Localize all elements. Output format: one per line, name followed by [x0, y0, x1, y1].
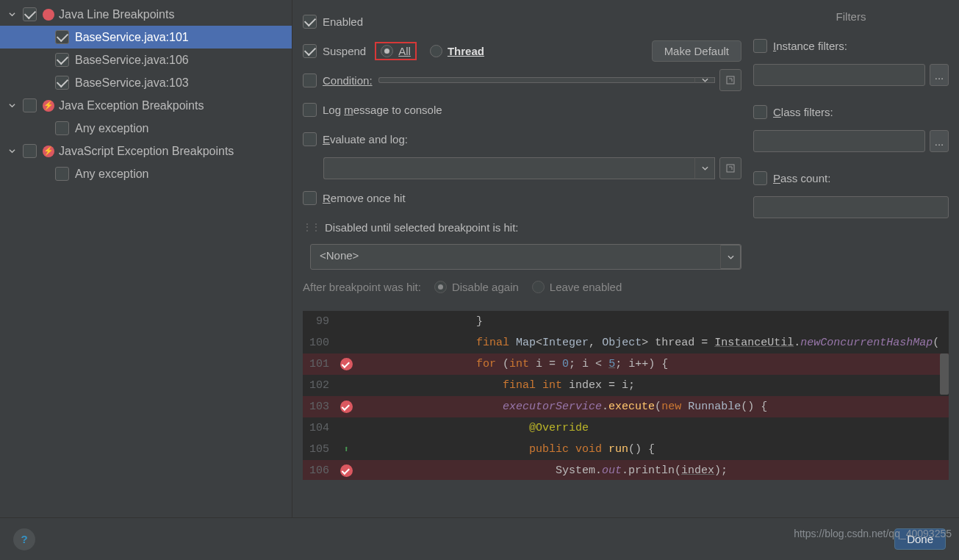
breakpoint-tree: Java Line Breakpoints BaseService.java:1…	[0, 0, 292, 517]
line-number: 102	[303, 379, 335, 392]
code-text: }	[357, 315, 949, 328]
disabled-until-label: Disabled until selected breakpoint is hi…	[325, 221, 518, 234]
breakpoint-checkbox[interactable]	[55, 121, 69, 135]
enabled-checkbox[interactable]	[303, 15, 317, 29]
breakpoint-checkbox[interactable]	[55, 30, 69, 44]
all-label: All	[398, 45, 411, 57]
log-console-checkbox[interactable]	[303, 103, 317, 117]
disabled-until-select[interactable]: <None>	[310, 244, 741, 270]
make-default-button[interactable]: Make Default	[652, 40, 741, 62]
breakpoint-gutter-icon[interactable]	[340, 464, 353, 477]
dropdown-arrow-icon[interactable]	[694, 157, 715, 179]
scrollbar[interactable]	[940, 353, 949, 395]
suspend-label: Suspend	[323, 45, 366, 57]
breakpoint-item[interactable]: BaseService.java:106	[0, 49, 292, 71]
dropdown-arrow-icon[interactable]	[694, 77, 715, 83]
group-label: Java Line Breakpoints	[59, 8, 174, 21]
condition-input[interactable]	[378, 77, 694, 83]
more-button[interactable]: ...	[930, 64, 949, 86]
breakpoint-label: BaseService.java:106	[75, 54, 189, 67]
thread-label: Thread	[448, 45, 484, 57]
leave-enabled-label: Leave enabled	[550, 281, 622, 293]
breakpoint-label: BaseService.java:101	[75, 31, 189, 44]
override-icon[interactable]: ⬆	[343, 444, 348, 455]
enabled-label: Enabled	[323, 15, 363, 28]
group-checkbox[interactable]	[23, 98, 37, 112]
line-number: 106	[303, 464, 335, 477]
line-number: 99	[303, 315, 335, 328]
group-label: Java Exception Breakpoints	[59, 99, 204, 112]
dropdown-arrow-icon[interactable]	[720, 245, 741, 269]
breakpoint-label: Any exception	[75, 168, 149, 181]
tree-group-java-exception[interactable]: Java Exception Breakpoints	[0, 94, 292, 117]
expand-icon[interactable]	[719, 69, 741, 91]
group-checkbox[interactable]	[23, 7, 37, 21]
code-text: final int index = i;	[357, 379, 949, 392]
pass-count-label: Pass count:	[773, 172, 830, 184]
code-text: executorService.execute(new Runnable() {	[357, 401, 949, 413]
breakpoint-checkbox[interactable]	[55, 167, 69, 181]
svg-rect-1	[727, 165, 734, 172]
instance-filters-checkbox[interactable]	[753, 39, 767, 53]
class-filters-checkbox[interactable]	[753, 105, 767, 119]
breakpoint-label: Any exception	[75, 122, 149, 135]
group-checkbox[interactable]	[23, 144, 37, 158]
line-number: 103	[303, 401, 335, 413]
select-value: <None>	[311, 245, 720, 269]
group-label: JavaScript Exception Breakpoints	[59, 145, 234, 158]
code-text: System.out.println(index);	[357, 464, 949, 477]
breakpoint-checkbox[interactable]	[55, 76, 69, 90]
breakpoint-item[interactable]: BaseService.java:103	[0, 71, 292, 94]
suspend-all-radio[interactable]	[381, 45, 393, 57]
exception-item[interactable]: Any exception	[0, 162, 292, 185]
code-text: for (int i = 0; i < 5; i++) {	[357, 358, 949, 370]
remove-once-checkbox[interactable]	[303, 191, 317, 205]
chevron-down-icon[interactable]	[9, 11, 15, 18]
evaluate-input[interactable]	[323, 157, 694, 179]
more-button[interactable]: ...	[930, 130, 949, 152]
pass-count-checkbox[interactable]	[753, 171, 767, 185]
evaluate-log-checkbox[interactable]	[303, 132, 317, 146]
remove-once-label: Remove once hit	[323, 192, 406, 204]
suspend-thread-radio[interactable]	[430, 45, 442, 57]
instance-filters-input[interactable]	[753, 64, 925, 86]
highlight-box: All	[375, 42, 417, 60]
code-text: public void run() {	[357, 443, 949, 456]
class-filters-label: Class filters:	[773, 106, 833, 118]
code-text: @Override	[357, 422, 949, 434]
breakpoint-icon	[43, 9, 54, 21]
exception-icon	[43, 100, 54, 112]
leave-enabled-radio[interactable]	[532, 281, 545, 293]
breakpoint-item[interactable]: BaseService.java:101	[0, 26, 292, 49]
breakpoint-label: BaseService.java:103	[75, 76, 189, 90]
code-preview: 99 } 100 final Map<Integer, Object> thre…	[303, 311, 949, 480]
class-filters-input[interactable]	[753, 130, 925, 152]
disable-again-label: Disable again	[452, 281, 519, 293]
line-number: 100	[303, 337, 335, 349]
exception-icon	[43, 146, 54, 157]
drag-handle-icon[interactable]: ⋮⋮	[303, 222, 320, 232]
line-number: 101	[303, 358, 335, 370]
pass-count-input[interactable]	[753, 196, 949, 218]
exception-item[interactable]: Any exception	[0, 117, 292, 140]
svg-rect-0	[727, 76, 734, 84]
watermark: https://blog.csdn.net/qq_40093255	[794, 528, 952, 539]
help-button[interactable]: ?	[13, 528, 35, 550]
disable-again-radio[interactable]	[434, 281, 447, 293]
instance-filters-label: Instance filters:	[773, 40, 847, 52]
tree-group-java-line[interactable]: Java Line Breakpoints	[0, 3, 292, 26]
code-text: final Map<Integer, Object> thread = Inst…	[357, 337, 949, 349]
expand-icon[interactable]	[719, 157, 741, 179]
chevron-down-icon[interactable]	[9, 148, 15, 154]
chevron-down-icon[interactable]	[9, 102, 15, 109]
breakpoint-gutter-icon[interactable]	[340, 401, 353, 413]
after-hit-label: After breakpoint was hit:	[303, 281, 421, 293]
suspend-checkbox[interactable]	[303, 44, 317, 58]
condition-checkbox[interactable]	[303, 73, 317, 87]
evaluate-log-label: Evaluate and log:	[323, 133, 408, 146]
condition-label: Condition:	[323, 74, 373, 87]
tree-group-js-exception[interactable]: JavaScript Exception Breakpoints	[0, 140, 292, 162]
breakpoint-gutter-icon[interactable]	[340, 358, 353, 370]
breakpoint-checkbox[interactable]	[55, 53, 69, 67]
line-number: 105	[303, 443, 335, 456]
